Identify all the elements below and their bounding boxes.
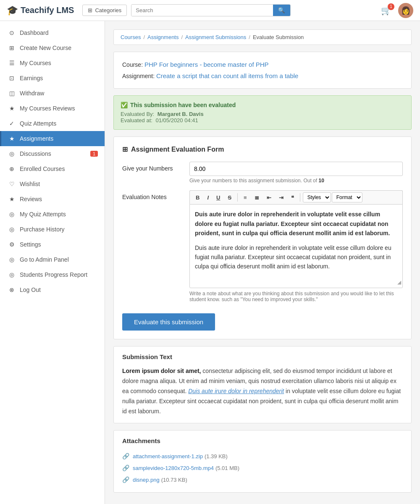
- sidebar-item-create-new-course[interactable]: ⊞ Create New Course: [0, 40, 105, 55]
- avatar[interactable]: 👩: [398, 3, 413, 18]
- submission-link[interactable]: Duis aute irure dolor in reprehenderit: [188, 388, 284, 394]
- layout: ⊙ Dashboard ⊞ Create New Course ☰ My Cou…: [0, 21, 420, 504]
- breadcrumb-assignment-submissions[interactable]: Assignment Submissions: [185, 34, 246, 40]
- breadcrumb-courses[interactable]: Courses: [121, 34, 141, 40]
- format-select[interactable]: Format: [332, 192, 362, 202]
- editor-body[interactable]: Duis aute irure dolor in reprehenderit i…: [189, 204, 403, 288]
- evaluation-notes-label: Evaluation Notes: [122, 190, 189, 302]
- logo-icon: 🎓: [7, 5, 18, 16]
- grid-icon: ⊞: [88, 7, 92, 13]
- styles-select[interactable]: Styles: [303, 192, 331, 202]
- sidebar-item-label: My Courses Reviews: [20, 105, 75, 112]
- sidebar-item-students-progress[interactable]: ◎ Students Progress Report: [0, 267, 105, 282]
- underline-button[interactable]: U: [213, 193, 223, 202]
- attachment-icon-1: 🔗: [122, 453, 129, 459]
- assignment-line: Assignment: Create a script that can cou…: [122, 70, 403, 81]
- course-link[interactable]: PHP For beginners - become master of PHP: [144, 61, 269, 68]
- search-bar: 🔍: [131, 4, 291, 16]
- sidebar-item-label: Create New Course: [20, 45, 71, 51]
- sidebar-item-my-quiz-attempts[interactable]: ◎ My Quiz Attempts: [0, 207, 105, 222]
- sidebar-item-settings[interactable]: ⚙ Settings: [0, 237, 105, 252]
- search-button[interactable]: 🔍: [273, 5, 290, 16]
- star-icon: ★: [8, 196, 16, 202]
- evaluate-submit-button[interactable]: Evaluate this submission: [122, 313, 215, 331]
- sidebar-item-label: Reviews: [20, 196, 42, 202]
- sidebar-item-label: Go to Admin Panel: [20, 256, 69, 263]
- attachment-item-2[interactable]: 🔗 samplevideo-1280x720-5mb.mp4 (5.01 MB): [122, 462, 403, 474]
- form-icon: ⊞: [122, 145, 128, 153]
- logo[interactable]: 🎓 Teachify LMS: [7, 5, 74, 16]
- breadcrumb-sep-3: /: [249, 34, 250, 40]
- breadcrumb-sep-2: /: [181, 34, 183, 40]
- sidebar-item-withdraw[interactable]: ◫ Withdraw: [0, 86, 105, 101]
- breadcrumb-assignments[interactable]: Assignments: [147, 34, 178, 40]
- sidebar-item-dashboard[interactable]: ⊙ Dashboard: [0, 25, 105, 40]
- sidebar-item-label: Discussions: [20, 150, 51, 157]
- reviews-icon: ★: [8, 105, 16, 112]
- give-numbers-content: Give your numbers to this assignment sub…: [189, 162, 403, 184]
- attachment-item-1[interactable]: 🔗 attachment-assignment-1.zip (1.39 KB): [122, 450, 403, 462]
- ordered-list-button[interactable]: ≡: [240, 193, 250, 202]
- sidebar-item-logout[interactable]: ⊗ Log Out: [0, 282, 105, 297]
- sidebar-item-wishlist[interactable]: ♡ Wishlist: [0, 176, 105, 192]
- sidebar-item-assignments[interactable]: ★ Assignments: [0, 131, 105, 146]
- attachment-size-1: (1.39 KB): [205, 453, 228, 459]
- sidebar-item-my-courses[interactable]: ☰ My Courses: [0, 55, 105, 71]
- attachment-name-3: disnep.png: [133, 477, 160, 483]
- discussions-icon: ◎: [8, 150, 16, 157]
- resize-handle: ◢: [397, 278, 401, 286]
- unordered-list-button[interactable]: ≣: [251, 193, 262, 202]
- toolbar-sep-1: [237, 193, 238, 202]
- earnings-icon: ⊡: [8, 75, 16, 81]
- italic-button[interactable]: I: [204, 193, 212, 202]
- categories-button[interactable]: ⊞ Categories: [82, 5, 127, 16]
- submission-body: Lorem ipsum dolor sit amet, consectetur …: [122, 366, 403, 416]
- sidebar-item-label: Students Progress Report: [20, 271, 87, 278]
- check-icon: ✅: [121, 102, 128, 108]
- cart-button[interactable]: 🛒 1: [381, 5, 391, 16]
- sidebar-item-label: Earnings: [20, 75, 43, 81]
- quiz-icon: ✓: [8, 120, 16, 127]
- breadcrumb-current: Evaluate Submission: [253, 34, 304, 40]
- search-input[interactable]: [131, 5, 273, 16]
- attachment-item-3[interactable]: 🔗 disnep.png (10.73 KB): [122, 474, 403, 486]
- sidebar-item-go-to-admin[interactable]: ◎ Go to Admin Panel: [0, 252, 105, 267]
- outdent-button[interactable]: ⇤: [263, 193, 275, 202]
- eval-form-title: ⊞ Assignment Evaluation Form: [122, 145, 403, 153]
- give-numbers-row: Give your Numbers Give your numbers to t…: [122, 162, 403, 184]
- strikethrough-button[interactable]: S: [224, 193, 235, 202]
- assignment-link[interactable]: Create a script that can count all items…: [156, 72, 299, 79]
- sidebar-item-label: Settings: [20, 241, 41, 248]
- sidebar-item-reviews[interactable]: ★ Reviews: [0, 192, 105, 207]
- sidebar-item-discussions[interactable]: ◎ Discussions 1: [0, 146, 105, 161]
- main-content: Courses / Assignments / Assignment Submi…: [105, 21, 420, 504]
- sidebar-item-label: Purchase History: [20, 226, 65, 233]
- sidebar-item-enrolled-courses[interactable]: ⊕ Enrolled Courses: [0, 161, 105, 176]
- quote-button[interactable]: ❝: [288, 193, 297, 202]
- attachments-section-title: Attachments: [122, 437, 403, 444]
- purchase-icon: ◎: [8, 226, 16, 233]
- sidebar-item-label: Wishlist: [20, 181, 40, 187]
- categories-label: Categories: [95, 7, 121, 13]
- editor-hint: Write a note about what are you thinking…: [189, 291, 403, 302]
- sidebar-item-label: Log Out: [20, 286, 41, 293]
- sidebar-item-earnings[interactable]: ⊡ Earnings: [0, 71, 105, 86]
- sidebar-item-label: Assignments: [20, 135, 53, 142]
- submission-text-card: Submission Text Lorem ipsum dolor sit am…: [113, 346, 412, 423]
- admin-icon: ◎: [8, 256, 16, 263]
- attachment-size-3: (10.73 KB): [161, 477, 187, 483]
- sidebar-item-label: Dashboard: [20, 29, 49, 36]
- give-numbers-label: Give your Numbers: [122, 162, 189, 184]
- evaluation-notes-content: B I U S ≡ ≣ ⇤ ⇥ ❝ Styles: [189, 190, 403, 302]
- toolbar-sep-2: [300, 193, 300, 202]
- sidebar-item-my-courses-reviews[interactable]: ★ My Courses Reviews: [0, 101, 105, 116]
- header: 🎓 Teachify LMS ⊞ Categories 🔍 🛒 1 👩: [0, 0, 420, 21]
- sidebar-item-quiz-attempts[interactable]: ✓ Quiz Attempts: [0, 116, 105, 131]
- indent-button[interactable]: ⇥: [276, 193, 287, 202]
- my-courses-icon: ☰: [8, 60, 16, 66]
- bold-button[interactable]: B: [192, 193, 203, 202]
- sidebar-item-purchase-history[interactable]: ◎ Purchase History: [0, 222, 105, 237]
- attachment-icon-2: 🔗: [122, 465, 129, 471]
- alert-evaluated-at: Evaluated at: 01/05/2020 04:41: [121, 117, 404, 123]
- give-numbers-input[interactable]: [189, 162, 403, 176]
